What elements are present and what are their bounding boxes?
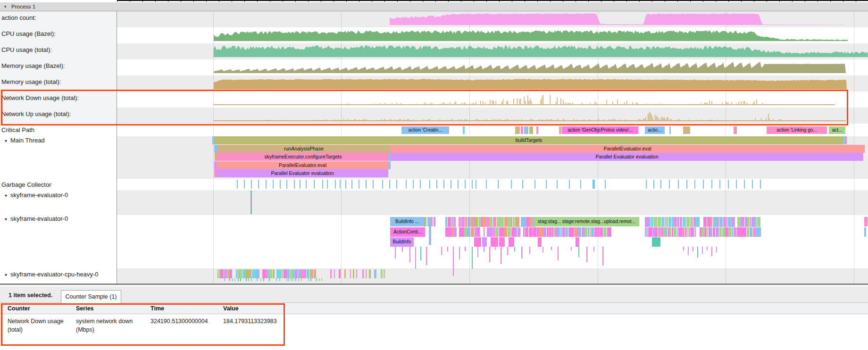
skyframe2-dense-slice[interactable] [674,217,675,227]
critical-path-slice-act[interactable]: act... [829,126,845,134]
gc-event-tick[interactable] [711,180,712,189]
gc-event-tick[interactable] [719,180,720,189]
skyframe2-dense-slice[interactable] [677,217,679,227]
skyframe2-dense-slice[interactable] [690,217,693,227]
cpu-heavy-slice[interactable] [224,269,227,278]
gc-event-tick[interactable] [476,180,476,189]
main-thread-slice-buildtargets[interactable]: buildTargets [214,136,843,144]
critical-path-slice-sliver[interactable] [515,126,520,134]
skyframe2-dense-slice[interactable] [654,217,657,227]
cpu-heavy-slice[interactable] [240,269,242,278]
skyframe2-dense-slice[interactable] [658,217,661,227]
cpu-heavy-slice[interactable] [227,269,230,278]
gc-event-tick[interactable] [569,180,570,189]
track-label-memory-usage-total[interactable]: Memory usage (total): [1,78,61,85]
skyframe2-dense-slice[interactable] [483,217,485,227]
counter-chart-network-down-usage-total-[interactable] [0,92,868,108]
gc-event-tick[interactable] [237,180,238,189]
cpu-heavy-slice[interactable] [230,269,232,278]
gc-event-tick[interactable] [327,180,328,189]
skyframe2-dense-slice[interactable] [471,217,474,227]
gc-event-tick[interactable] [593,180,595,189]
skyframe2-dense-slice[interactable] [742,227,743,237]
main-thread-slice-runanalysisphase[interactable]: runAnalysisPhase [217,145,390,153]
cpu-heavy-slice[interactable] [245,269,249,278]
gc-event-tick[interactable] [534,180,535,189]
skyframe2-waterfall-line[interactable] [707,247,708,250]
skyframe2-dense-slice[interactable] [750,227,753,237]
cpu-heavy-subtick[interactable] [263,278,264,281]
skyframe2-slice-sliver[interactable] [509,237,514,247]
column-header-value[interactable]: Value [223,305,239,312]
skyframe2-dense-slice[interactable] [570,227,574,237]
gc-event-tick[interactable] [436,180,437,189]
skyframe2-dense-slice[interactable] [560,227,562,237]
cpu-heavy-slice[interactable] [310,269,314,278]
gc-event-tick[interactable] [546,180,547,189]
counter-chart-cpu-usage-bazel-[interactable] [0,27,868,43]
skyframe2-waterfall-line[interactable] [711,247,712,256]
cpu-heavy-subtick[interactable] [248,278,249,281]
skyframe1-nested-slice[interactable] [250,198,252,208]
skyframe2-dense-slice[interactable] [521,217,525,227]
expand-triangle-icon[interactable]: ▾ [5,217,7,222]
skyframe2-dense-slice[interactable] [529,217,532,227]
critical-path-slice-sliver[interactable] [734,126,737,134]
skyframe2-dense-slice[interactable] [645,217,649,227]
skyframe2-dense-slice[interactable] [594,227,597,237]
skyframe2-dense-slice[interactable] [683,217,686,227]
gc-event-tick[interactable] [322,180,323,189]
gc-event-tick[interactable] [244,180,245,189]
gc-event-tick[interactable] [306,180,307,189]
track-label-critical-path[interactable]: Critical Path [1,126,34,133]
skyframe2-dense-slice[interactable] [517,227,520,237]
skyframe2-dense-slice[interactable] [672,217,674,227]
gc-event-tick[interactable] [273,180,274,189]
skyframe2-dense-slice[interactable] [464,227,467,237]
skyframe2-dense-slice[interactable] [484,227,485,237]
skyframe2-waterfall-line[interactable] [697,247,698,258]
skyframe2-dense-slice[interactable] [741,217,744,227]
skyframe2-dense-slice[interactable] [451,227,453,237]
skyframe2-dense-slice[interactable] [577,227,579,237]
skyframe2-dense-slice[interactable] [665,227,667,237]
critical-path-slice-action-creatin[interactable]: action 'Creatin... [401,126,449,134]
skyframe2-dense-slice[interactable] [445,217,447,227]
skyframe2-waterfall-line[interactable] [489,247,490,262]
skyframe2-waterfall-line[interactable] [551,247,552,250]
skyframe2-dense-slice[interactable] [547,227,549,237]
skyframe2-dense-slice[interactable] [737,217,741,227]
skyframe2-dense-slice[interactable] [526,217,529,227]
tab-counter-sample[interactable]: Counter Sample (1) [61,290,121,303]
skyframe2-dense-slice[interactable] [713,217,714,227]
critical-path-slice-sliver[interactable] [683,126,690,134]
gc-event-tick[interactable] [373,180,374,189]
collapse-triangle-icon[interactable]: ▾ [4,4,7,9]
skyframe2-slice-sliver[interactable] [474,237,481,247]
track-label-cpu-usage-bazel[interactable]: CPU usage (Bazel): [1,30,56,37]
skyframe2-waterfall-line[interactable] [453,247,454,276]
skyframe2-waterfall-line[interactable] [702,247,703,254]
skyframe2-dense-slice[interactable] [701,227,705,237]
skyframe2-waterfall-line[interactable] [593,247,594,251]
skyframe2-dense-slice[interactable] [552,227,553,237]
skyframe2-dense-slice[interactable] [525,217,526,227]
gc-event-tick[interactable] [340,180,341,189]
skyframe2-dense-slice[interactable] [451,217,453,227]
skyframe2-dense-slice[interactable] [607,227,609,237]
skyframe2-dense-slice[interactable] [703,217,707,227]
skyframe2-dense-slice[interactable] [738,227,742,237]
track-label-memory-usage-bazel[interactable]: Memory usage (Bazel): [1,62,65,69]
gc-event-tick[interactable] [420,180,421,189]
skyframe2-dense-slice[interactable] [575,227,577,237]
cpu-heavy-slice[interactable] [330,269,332,278]
cpu-heavy-subtick[interactable] [321,278,322,281]
skyframe2-dense-slice[interactable] [723,217,726,227]
skyframe2-dense-slice[interactable] [725,227,727,237]
gc-event-tick[interactable] [258,180,259,189]
cpu-heavy-subtick[interactable] [279,278,280,281]
skyframe2-dense-slice[interactable] [501,227,503,237]
skyframe2-dense-slice[interactable] [603,227,607,237]
skyframe2-waterfall-line[interactable] [586,247,587,262]
gc-event-tick[interactable] [382,180,383,189]
